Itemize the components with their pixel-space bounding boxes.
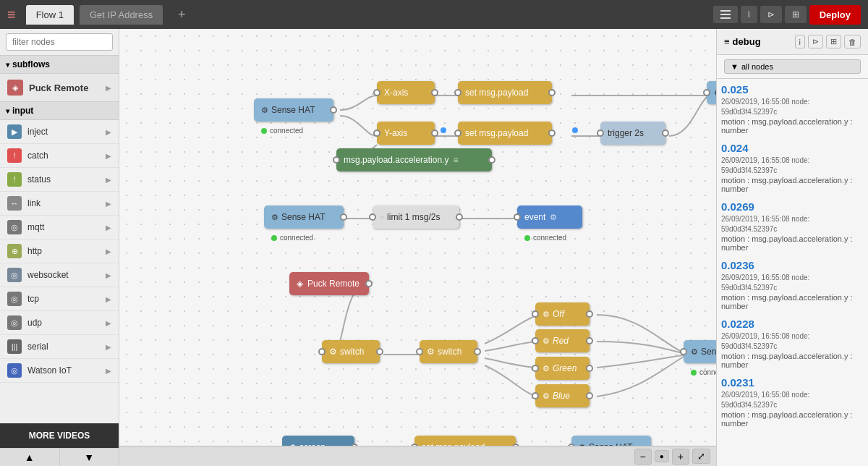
zoom-reset-button[interactable]: ● <box>655 450 669 462</box>
input-arrow: ▾ <box>6 107 9 115</box>
svg-rect-0 <box>720 10 731 12</box>
catch-icon: ! <box>7 148 22 163</box>
x-axis-port-right <box>431 89 438 96</box>
debug-info-button[interactable]: i <box>795 35 805 48</box>
debug-entry-0: 0.025 26/09/2019, 16:55:08 node: 59d0d3f… <box>721 83 864 135</box>
debug-timestamp-1: 26/09/2019, 16:55:08 <box>721 156 790 164</box>
sidebar-item-status[interactable]: ! status ▶ <box>0 168 119 192</box>
settings-button[interactable]: ⊞ <box>785 6 807 23</box>
node-limit-1[interactable]: ○ limit 1 msg/2s <box>373 206 459 229</box>
node-red[interactable]: ⚙ Red <box>535 329 590 352</box>
node-x-axis[interactable]: X-axis <box>377 81 435 104</box>
puck-remote-arrow: ▶ <box>106 84 111 92</box>
node-event-1[interactable]: event ⚙ connected <box>517 206 582 229</box>
flow-tab-getip[interactable]: Get IP Address <box>80 5 163 25</box>
y-axis-label: Y-axis <box>384 128 407 138</box>
sidebar-item-http[interactable]: ⊕ http ▶ <box>0 240 119 263</box>
debug-header: ≡ debug i ⊳ ⊞ 🗑 <box>717 29 868 55</box>
watson-iot-arrow: ▶ <box>106 367 111 375</box>
node-off[interactable]: ⚙ Off <box>535 302 590 326</box>
off-port-right <box>586 310 593 318</box>
blue-port-right <box>586 392 593 399</box>
topbar: ≡ Flow 1 Get IP Address + i ⊳ ⊞ Deploy <box>0 0 868 29</box>
filter-icon: ▼ <box>731 62 739 71</box>
node-sense-hat-1[interactable]: ⚙ Sense HAT connected <box>254 98 333 122</box>
green-port-left <box>532 365 539 372</box>
more-videos-button[interactable]: MORE VIDEOS <box>0 423 119 448</box>
blue-label: Blue <box>553 391 570 401</box>
sidebar-scroll-up[interactable]: ▲ <box>0 449 60 466</box>
limit-port-right <box>456 213 463 221</box>
event-status-text: connected <box>533 234 566 242</box>
debug-type-0: number <box>721 126 864 135</box>
tcp-arrow: ▶ <box>106 295 111 303</box>
node-sense-hat-2[interactable]: ⚙ Sense HAT connected <box>264 206 344 229</box>
zoom-out-button[interactable]: − <box>634 449 652 465</box>
debug-entry-4: 0.0228 26/09/2019, 16:55:08 node: 59d0d3… <box>721 318 864 369</box>
sense-hat-1-gear: ⚙ <box>261 106 268 115</box>
info-button[interactable]: i <box>741 6 757 23</box>
debug-value-3: 0.0236 <box>721 259 864 271</box>
sense-hat-1-status-dot <box>261 128 267 134</box>
green-label: Green <box>553 363 576 373</box>
sidebar-item-mqtt[interactable]: ◎ mqtt ▶ <box>0 216 119 240</box>
node-switch-2[interactable]: ⚙ switch <box>420 340 477 363</box>
debug-settings-button[interactable]: ⊞ <box>826 35 841 48</box>
node-blue[interactable]: ⚙ Blue <box>535 384 590 407</box>
flow-tab-flow1[interactable]: Flow 1 <box>26 5 74 25</box>
menu-button[interactable] <box>713 6 738 23</box>
sidebar-item-websocket[interactable]: ◎ websocket ▶ <box>0 263 119 287</box>
node-sense-hat-3[interactable]: ⚙ Sense HAT connected <box>684 340 716 363</box>
debug-meta-0: 26/09/2019, 16:55:08 node: 59d0d3f4.5239… <box>721 97 864 117</box>
status-label: status <box>27 174 100 185</box>
sidebar-item-udp[interactable]: ◎ udp ▶ <box>0 311 119 335</box>
debug-node-label-5: node: <box>791 391 809 399</box>
node-green[interactable]: ⚙ Green <box>535 357 590 380</box>
node-switch-1[interactable]: ⚙ switch <box>322 340 380 363</box>
sense-hat-3-label: Sense HAT <box>701 347 716 357</box>
deploy-button[interactable]: Deploy <box>809 5 861 25</box>
debug-timestamp-5: 26/09/2019, 16:55:08 <box>721 391 790 399</box>
debug-node-label-4: node: <box>791 332 809 340</box>
sense-hat-3-status-dot <box>691 370 697 376</box>
debug-meta-5: 26/09/2019, 16:55:08 node: 59d0d3f4.5239… <box>721 390 864 410</box>
debug-entry-1: 0.024 26/09/2019, 16:55:08 node: 59d0d3f… <box>721 142 864 193</box>
catch-arrow: ▶ <box>106 152 111 160</box>
event-label: event <box>524 212 545 222</box>
node-puck-remote[interactable]: ◈ Puck Remote <box>289 272 369 295</box>
switch1-port-right <box>376 348 383 355</box>
node-y-axis[interactable]: Y-axis <box>377 122 435 145</box>
sidebar-item-inject[interactable]: ▶ inject ▶ <box>0 120 119 144</box>
debug-filter-button[interactable]: ▼ all nodes <box>724 59 861 74</box>
sidebar-item-tcp[interactable]: ◎ tcp ▶ <box>0 287 119 311</box>
expand-button[interactable]: ⤢ <box>692 449 710 464</box>
debug-layout-button[interactable]: ⊳ <box>808 35 823 48</box>
node-set-payload-1[interactable]: set msg.payload <box>458 81 552 104</box>
node-msg-payload-acc[interactable]: msg.payload.acceleration.y ≡ <box>336 148 492 171</box>
section-input[interactable]: ▾ input <box>0 102 119 120</box>
filter-input[interactable] <box>6 33 113 51</box>
sense-hat-2-status: connected <box>271 234 313 242</box>
sidebar-item-puck-remote[interactable]: ◈ Puck Remote ▶ <box>0 74 119 102</box>
debug-delete-button[interactable]: 🗑 <box>844 35 861 48</box>
red-label: Red <box>553 336 569 346</box>
switch2-port-right <box>474 348 481 355</box>
limit-label: limit 1 msg/2s <box>387 212 440 222</box>
node-set-payload-2[interactable]: set msg.payload <box>458 122 552 145</box>
sidebar-item-link[interactable]: ↔ link ▶ <box>0 192 119 216</box>
sidebar-item-serial[interactable]: ||| serial ▶ <box>0 335 119 359</box>
limit-left-dot: ○ <box>380 213 384 221</box>
zoom-in-button[interactable]: + <box>672 449 689 465</box>
node-sense-hat-out[interactable]: ⚙ Sense HAT <box>707 81 716 104</box>
sidebar-scroll-down[interactable]: ▼ <box>60 449 119 466</box>
section-subflows[interactable]: ▾ subflows <box>0 56 119 74</box>
layout-button[interactable]: ⊳ <box>760 6 782 23</box>
off-label: Off <box>553 309 564 319</box>
node-trigger-2s[interactable]: trigger 2s <box>600 122 665 145</box>
sidebar-item-catch[interactable]: ! catch ▶ <box>0 144 119 168</box>
add-tab-button[interactable]: + <box>171 7 192 22</box>
sidebar-item-watson-iot[interactable]: ◎ Watson IoT ▶ <box>0 359 119 383</box>
watson-iot-icon: ◎ <box>7 363 22 378</box>
sense-hat-3-gear: ⚙ <box>691 347 698 357</box>
canvas-bottom-bar: − ● + ⤢ <box>119 446 716 466</box>
